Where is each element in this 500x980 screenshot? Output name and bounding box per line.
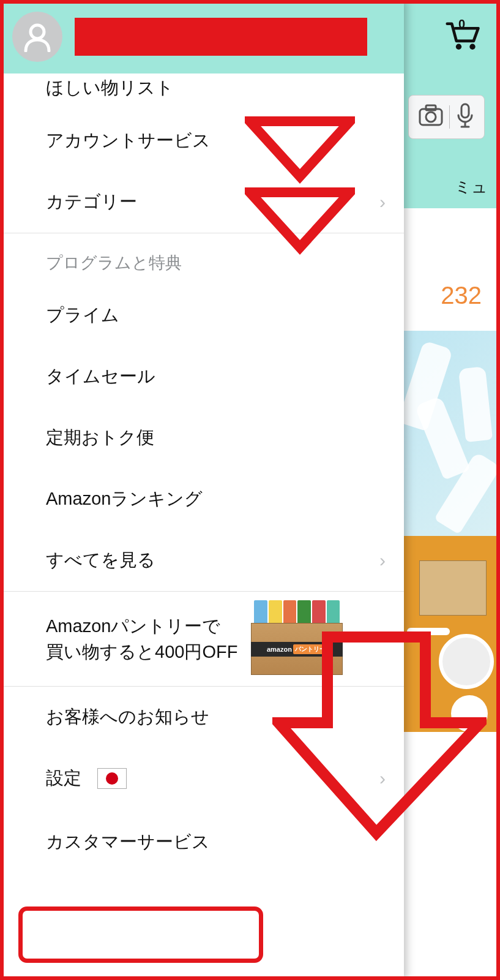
menu-label: Amazonランキング <box>46 487 203 511</box>
menu-wishlist[interactable]: ほしい物リスト <box>0 74 404 110</box>
menu-subscribe-save[interactable]: 定期おトク便 <box>0 407 404 469</box>
menu-label: プライム <box>46 303 119 328</box>
menu-label: カスタマーサービス <box>46 830 210 854</box>
svg-rect-5 <box>461 104 469 118</box>
promo-image: amazon パントリー <box>245 603 349 675</box>
pantry-brand2: パントリー <box>293 644 327 654</box>
menu-label: 設定 <box>46 766 81 791</box>
pantry-brand1: amazon <box>267 646 292 653</box>
search-visual-icons[interactable] <box>408 95 485 139</box>
promo-line1: Amazonパントリーで <box>46 616 220 636</box>
svg-point-1 <box>469 44 475 50</box>
drawer-section-programs: プログラムと特典 プライム タイムセール 定期おトク便 Amazonランキング … <box>0 233 404 592</box>
bg-counter: 232 <box>441 282 482 309</box>
chevron-right-icon: › <box>379 769 386 788</box>
flag-japan-icon <box>97 768 127 789</box>
camera-icon[interactable] <box>419 104 443 130</box>
menu-label: カテゴリー <box>46 190 137 214</box>
chevron-right-icon: › <box>379 551 386 570</box>
menu-label: 定期おトク便 <box>46 426 154 450</box>
bg-panel-orange <box>404 536 500 732</box>
menu-label: タイムセール <box>46 364 155 389</box>
menu-notices[interactable]: お客様へのお知らせ <box>0 687 404 748</box>
menu-settings[interactable]: 設定 › <box>0 748 404 809</box>
cart-count-badge: 0 <box>458 17 465 31</box>
menu-label: ほしい物リスト <box>46 76 174 100</box>
promo-text: Amazonパントリーで 買い物すると400円OFF <box>46 613 237 665</box>
chevron-right-icon: › <box>379 193 386 211</box>
navigation-drawer: ほしい物リスト アカウントサービス カテゴリー › プログラムと特典 プライム … <box>0 0 404 980</box>
menu-see-all[interactable]: すべてを見る › <box>0 530 404 591</box>
menu-categories[interactable]: カテゴリー › <box>0 172 404 233</box>
menu-account-service[interactable]: アカウントサービス <box>0 110 404 172</box>
user-name-redacted <box>75 18 367 56</box>
drawer-section-other: お客様へのお知らせ 設定 › カスタマーサービス <box>0 687 404 875</box>
microphone-icon[interactable] <box>456 103 474 131</box>
menu-label: お客様へのお知らせ <box>46 705 209 729</box>
menu-customer-service[interactable]: カスタマーサービス <box>0 809 404 875</box>
menu-label: アカウントサービス <box>46 129 211 153</box>
divider <box>449 105 450 129</box>
promo-pantry[interactable]: Amazonパントリーで 買い物すると400円OFF amazon パントリー <box>0 592 404 687</box>
bg-panel-bottom <box>404 732 500 980</box>
drawer-header <box>0 0 404 74</box>
user-avatar[interactable] <box>12 12 62 62</box>
bg-strip-white <box>404 208 500 331</box>
menu-prime[interactable]: プライム <box>0 285 404 346</box>
cart-button[interactable]: 0 <box>445 18 482 52</box>
svg-point-0 <box>456 44 461 50</box>
svg-point-6 <box>31 25 44 39</box>
svg-point-3 <box>426 112 436 122</box>
bg-panel-water <box>404 331 500 536</box>
menu-amazon-ranking[interactable]: Amazonランキング <box>0 469 404 530</box>
menu-label: すべてを見る <box>46 548 155 573</box>
drawer-section-account: ほしい物リスト アカウントサービス カテゴリー › <box>0 74 404 233</box>
svg-rect-4 <box>426 105 436 110</box>
menu-timesale[interactable]: タイムセール <box>0 346 404 407</box>
bg-nav-fragment: ミュ <box>455 176 488 198</box>
promo-line2: 買い物すると400円OFF <box>46 642 237 662</box>
section-title-programs: プログラムと特典 <box>0 233 404 285</box>
